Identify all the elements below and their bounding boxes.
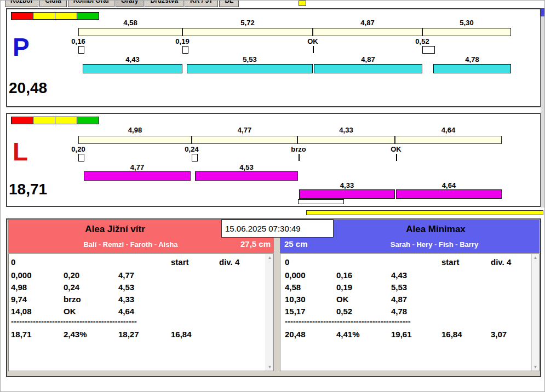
split-bar — [195, 171, 298, 181]
split-time-label: 4,43 — [83, 55, 182, 64]
segment-bar — [78, 28, 182, 36]
split-bar — [83, 64, 182, 73]
team-right-crew: Sarah - Hery - Fish - Barry — [329, 240, 540, 249]
mark-label: 0,52 — [406, 37, 439, 45]
legend-color-box — [55, 12, 77, 20]
mark-tick-box — [182, 46, 188, 54]
segment-time-label: 4,87 — [313, 19, 422, 27]
yellow-progress-strip — [306, 210, 543, 215]
vertical-scrollbar[interactable] — [541, 8, 545, 207]
table-header-cell: start — [441, 257, 460, 267]
mark-tick-box — [78, 154, 84, 162]
segment-time-label: 4,64 — [395, 126, 502, 134]
legend-color-box — [33, 12, 55, 20]
table-total-cell: 4,41% — [336, 330, 360, 339]
legend-color-box — [11, 117, 33, 124]
table-cell: OK — [64, 307, 76, 316]
dashed-separator: ----------------------------------------… — [285, 316, 443, 326]
tab-dru-stva[interactable]: Družstva — [145, 1, 183, 7]
tab-kombi-graf[interactable]: Kombi Graf — [68, 1, 114, 7]
table-cell: 0,000 — [285, 270, 306, 280]
scroll-down-icon[interactable]: ▼ — [266, 365, 273, 370]
table-cell: 4,98 — [11, 283, 27, 292]
panel-p-total-time: 20,48 — [9, 79, 47, 97]
segment-bar — [182, 28, 313, 36]
mark-label: 0,19 — [166, 37, 199, 45]
segment-time-label: 4,77 — [192, 126, 297, 134]
mark-label: OK — [380, 145, 412, 153]
split-time-label: 4,33 — [299, 181, 395, 189]
yellow-indicator — [299, 1, 306, 6]
legend-color-box — [11, 12, 33, 20]
split-bar — [299, 189, 395, 199]
tab-grafy[interactable]: Grafy — [116, 1, 144, 7]
right-oar-panel: P 20,48 4,585,724,875,300,160,19OK0,524,… — [6, 8, 541, 107]
legend-color-box — [77, 117, 99, 124]
split-time-label: 4,87 — [314, 55, 422, 64]
panel-letter-p: P — [13, 34, 30, 60]
table-total-cell: 18,71 — [11, 330, 32, 339]
segment-bar — [297, 136, 395, 144]
segment-bar — [422, 28, 511, 36]
split-bar — [396, 189, 502, 199]
table-scrollbar[interactable]: ▲ ▼ — [266, 254, 273, 371]
scroll-up-icon[interactable]: ▲ — [266, 255, 273, 260]
team-left-cm-value: 27,5 cm — [240, 239, 271, 249]
mark-label: OK — [296, 37, 329, 45]
table-total-cell: 18,27 — [118, 330, 139, 339]
table-cell: 0,24 — [64, 283, 79, 292]
tab--idla[interactable]: Čidla — [39, 1, 66, 7]
split-time-label: 4,78 — [433, 55, 511, 64]
tab-dl[interactable]: DL — [219, 1, 239, 7]
tab-rozbor[interactable]: Rozbor — [5, 1, 38, 7]
tab-bar: RozborČidlaKombi GrafGrafyDružstvaKR / 5… — [1, 1, 544, 7]
mark-tick-line — [299, 154, 300, 161]
team-right-name: Alea Minimax — [332, 224, 540, 235]
table-header-cell: 0 — [11, 257, 15, 267]
segment-bar — [192, 136, 297, 144]
mark-label: 0,24 — [175, 145, 208, 153]
table-cell: 4,43 — [391, 270, 407, 280]
mark-tick-line — [313, 46, 314, 53]
segment-time-label: 5,30 — [422, 19, 511, 27]
legend-color-box — [55, 117, 77, 124]
tab-kr-5t[interactable]: KR / 5T — [185, 1, 218, 7]
team-left-name: Alea Jižní vítr — [8, 224, 222, 235]
split-bar — [433, 64, 511, 73]
results-panel: Alea Jižní vítr Balí - Remzi - Faroth - … — [6, 218, 541, 377]
table-total-cell: 3,07 — [491, 330, 507, 339]
table-total-cell: 16,84 — [441, 330, 462, 339]
table-header-cell: div. 4 — [491, 257, 511, 267]
scrollbar-thumb[interactable] — [541, 8, 545, 16]
table-cell: 4,87 — [391, 295, 407, 304]
legend-color-box — [33, 117, 55, 124]
mark-tick-box — [78, 46, 84, 54]
table-cell: 4,78 — [391, 307, 407, 316]
app-window: RozborČidlaKombi GrafGrafyDružstvaKR / 5… — [0, 0, 545, 392]
table-cell: 9,74 — [11, 295, 27, 304]
table-cell: OK — [336, 295, 349, 304]
table-cell: 14,08 — [11, 307, 32, 316]
table-cell: 4,77 — [118, 270, 134, 280]
table-cell: 4,33 — [118, 295, 134, 304]
segment-bar — [78, 136, 192, 144]
split-time-label: 4,77 — [84, 163, 191, 171]
mark-tick-box — [192, 154, 198, 162]
team-right-results-table: ▲ ▼ 0startdiv. 40,0000,164,434,580,195,5… — [280, 253, 540, 371]
split-time-label: 4,64 — [396, 181, 502, 189]
panel-letter-l: L — [13, 139, 28, 164]
table-cell: 4,58 — [285, 283, 301, 292]
scroll-up-icon[interactable]: ▲ — [532, 255, 539, 260]
segment-bar — [313, 28, 422, 36]
dashed-separator: ----------------------------------------… — [11, 316, 169, 326]
table-header-cell: start — [171, 257, 189, 267]
table-cell: 5,53 — [391, 283, 407, 292]
split-bar — [314, 64, 422, 73]
segment-bar — [395, 136, 502, 144]
zone-legend — [12, 117, 99, 124]
table-cell: 0,19 — [336, 283, 352, 292]
table-scrollbar[interactable]: ▲ ▼ — [531, 254, 539, 371]
table-cell: 4,64 — [118, 307, 134, 316]
scroll-down-icon[interactable]: ▼ — [532, 365, 539, 370]
team-right-cm-value: 25 cm — [284, 239, 308, 249]
